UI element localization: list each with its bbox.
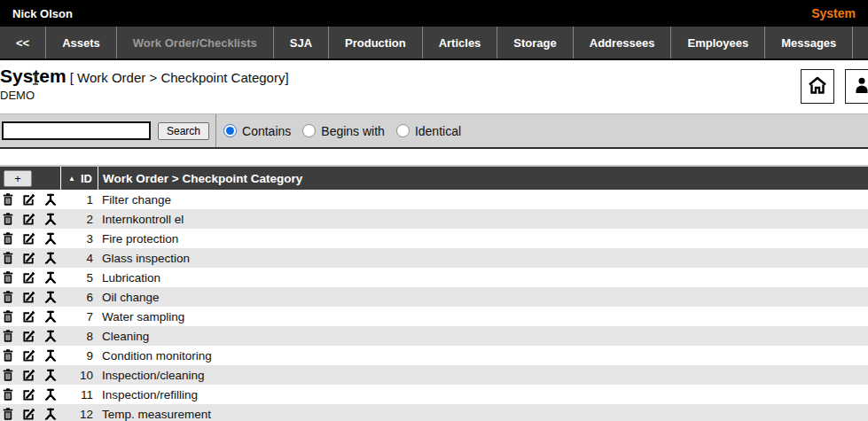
column-header-id[interactable]: ▲ ID	[60, 167, 98, 190]
radio-label: Begins with	[321, 124, 385, 138]
assign-icon[interactable]	[41, 404, 60, 421]
nav-tab-production[interactable]: Production	[328, 27, 422, 58]
assign-icon[interactable]	[41, 229, 60, 248]
nav-tab-assets[interactable]: Assets	[45, 27, 116, 58]
logged-in-user: Nick Olson	[12, 7, 73, 20]
assign-icon[interactable]	[41, 346, 60, 365]
delete-icon[interactable]	[0, 326, 16, 346]
edit-icon[interactable]	[16, 307, 41, 326]
table-row: 10 Inspection/cleaning	[0, 365, 868, 385]
assign-icon[interactable]	[41, 268, 60, 287]
radio-begins-with[interactable]: Begins with	[302, 124, 385, 138]
delete-icon[interactable]	[0, 287, 16, 307]
delete-icon[interactable]	[0, 190, 16, 209]
user-button[interactable]	[845, 69, 868, 104]
row-name: Filter change	[98, 193, 868, 207]
assign-icon[interactable]	[41, 190, 60, 209]
nav-tab-employees[interactable]: Employees	[670, 27, 764, 58]
nav-tab-addressees[interactable]: Addressees	[573, 27, 671, 58]
home-button[interactable]	[801, 69, 834, 104]
nav-tab-messages[interactable]: Messages	[764, 27, 852, 58]
delete-icon[interactable]	[0, 268, 16, 287]
search-input[interactable]	[2, 121, 151, 140]
edit-icon[interactable]	[16, 365, 41, 385]
edit-icon[interactable]	[16, 209, 41, 229]
text-cursor-icon	[32, 73, 39, 89]
edit-icon[interactable]	[16, 229, 41, 248]
nav-tab-storage[interactable]: Storage	[497, 27, 572, 58]
table-row: 4 Glass inspection	[0, 248, 868, 268]
edit-icon[interactable]	[16, 287, 41, 307]
row-name: Condition monitoring	[98, 349, 868, 363]
row-id: 8	[60, 330, 98, 343]
search-band: Search Contains Begins with Identical	[0, 113, 868, 149]
edit-icon[interactable]	[16, 326, 41, 346]
page-header: System[ Work Order > Checkpoint Category…	[0, 60, 868, 113]
table-row: 1 Filter change	[0, 190, 868, 209]
table-row: 7 Water sampling	[0, 307, 868, 326]
nav-tab-documents[interactable]: Documents	[852, 27, 868, 58]
nav-tabs: <<AssetsWork Order/ChecklistsSJAProducti…	[0, 27, 868, 60]
edit-icon[interactable]	[16, 404, 41, 421]
edit-icon[interactable]	[16, 248, 41, 268]
assign-icon[interactable]	[41, 307, 60, 326]
assign-icon[interactable]	[41, 365, 60, 385]
top-bar: Nick Olson System	[0, 0, 868, 27]
row-id: 2	[60, 213, 98, 226]
sort-ascending-icon: ▲	[68, 175, 75, 183]
row-name: Inspection/refilling	[98, 388, 868, 402]
row-name: Inspection/cleaning	[98, 369, 868, 382]
nav-tab-work-order-checklists[interactable]: Work Order/Checklists	[116, 27, 273, 58]
edit-icon[interactable]	[16, 385, 41, 404]
row-name: Cleaning	[98, 330, 868, 343]
assign-icon[interactable]	[41, 385, 60, 404]
radio-label: Contains	[242, 124, 291, 138]
radio-icon	[302, 124, 316, 137]
row-id: 4	[60, 252, 98, 265]
radio-identical[interactable]: Identical	[396, 124, 461, 138]
assign-icon[interactable]	[41, 248, 60, 268]
delete-icon[interactable]	[0, 365, 16, 385]
edit-icon[interactable]	[16, 346, 41, 365]
assign-icon[interactable]	[41, 326, 60, 346]
nav-tab-articles[interactable]: Articles	[422, 27, 497, 58]
search-button[interactable]: Search	[158, 122, 209, 140]
row-id: 6	[60, 291, 98, 304]
assign-icon[interactable]	[41, 287, 60, 307]
table-row: 6 Oil change	[0, 287, 868, 307]
spacer	[0, 149, 868, 165]
row-id: 3	[60, 232, 98, 246]
radio-icon	[223, 124, 237, 137]
delete-icon[interactable]	[0, 385, 16, 404]
row-name: Glass inspection	[98, 252, 868, 265]
delete-icon[interactable]	[0, 209, 16, 229]
delete-icon[interactable]	[0, 404, 16, 421]
column-header-name[interactable]: Work Order > Checkpoint Category	[98, 167, 868, 190]
delete-icon[interactable]	[0, 307, 16, 326]
row-id: 11	[60, 388, 98, 402]
radio-icon	[396, 124, 410, 137]
environment-label: DEMO	[0, 89, 868, 103]
row-name: Internkontroll el	[98, 213, 868, 226]
edit-icon[interactable]	[16, 190, 41, 209]
row-name: Oil change	[98, 291, 868, 304]
delete-icon[interactable]	[0, 248, 16, 268]
delete-icon[interactable]	[0, 229, 16, 248]
delete-icon[interactable]	[0, 346, 16, 365]
row-id: 12	[60, 408, 98, 421]
assign-icon[interactable]	[41, 209, 60, 229]
app-window: Nick Olson System <<AssetsWork Order/Che…	[0, 0, 868, 421]
row-id: 9	[60, 349, 98, 363]
divider	[215, 114, 216, 147]
row-name: Fire protection	[98, 232, 868, 246]
edit-icon[interactable]	[16, 268, 41, 287]
table-header: + ▲ ID Work Order > Checkpoint Category	[0, 165, 868, 190]
table-body: 1 Filter change	[0, 190, 868, 421]
nav-tab-sja[interactable]: SJA	[273, 27, 328, 58]
radio-contains[interactable]: Contains	[223, 124, 291, 138]
table-row: 3 Fire protection	[0, 229, 868, 248]
add-row-button[interactable]: +	[4, 170, 32, 187]
brand-label: System	[811, 6, 856, 20]
nav-tab-collapse[interactable]: <<	[0, 27, 45, 58]
row-id: 7	[60, 310, 98, 324]
